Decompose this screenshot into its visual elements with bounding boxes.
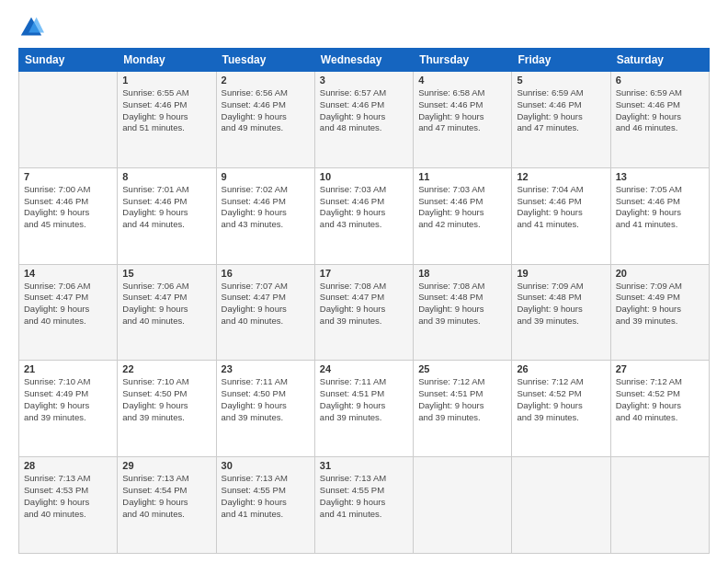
- day-number: 5: [517, 75, 605, 86]
- day-number: 4: [418, 75, 506, 86]
- day-number: 27: [616, 363, 704, 374]
- day-number: 18: [418, 268, 506, 279]
- calendar-cell: 15Sunrise: 7:06 AM Sunset: 4:47 PM Dayli…: [118, 264, 216, 361]
- day-number: 23: [222, 363, 310, 374]
- calendar-cell: 9Sunrise: 7:02 AM Sunset: 4:46 PM Daylig…: [216, 167, 314, 264]
- day-info: Sunrise: 7:06 AM Sunset: 4:47 PM Dayligh…: [24, 281, 112, 327]
- calendar-cell: 10Sunrise: 7:03 AM Sunset: 4:46 PM Dayli…: [314, 167, 413, 264]
- calendar-cell: 30Sunrise: 7:13 AM Sunset: 4:55 PM Dayli…: [216, 457, 314, 554]
- header: [18, 15, 710, 40]
- day-info: Sunrise: 6:57 AM Sunset: 4:46 PM Dayligh…: [320, 87, 408, 134]
- calendar-cell: 5Sunrise: 6:59 AM Sunset: 4:46 PM Daylig…: [512, 72, 610, 168]
- day-info: Sunrise: 7:05 AM Sunset: 4:46 PM Dayligh…: [616, 184, 704, 231]
- day-number: 22: [122, 363, 210, 374]
- week-row-4: 21Sunrise: 7:10 AM Sunset: 4:49 PM Dayli…: [19, 361, 710, 457]
- weekday-saturday: Saturday: [610, 49, 709, 72]
- weekday-header-row: SundayMondayTuesdayWednesdayThursdayFrid…: [19, 49, 710, 72]
- day-info: Sunrise: 7:07 AM Sunset: 4:47 PM Dayligh…: [222, 281, 310, 327]
- week-row-5: 28Sunrise: 7:13 AM Sunset: 4:53 PM Dayli…: [19, 457, 710, 554]
- calendar-cell: 29Sunrise: 7:13 AM Sunset: 4:54 PM Dayli…: [118, 457, 216, 554]
- weekday-wednesday: Wednesday: [314, 49, 413, 72]
- day-info: Sunrise: 7:12 AM Sunset: 4:52 PM Dayligh…: [517, 376, 605, 423]
- day-number: 30: [222, 460, 310, 471]
- day-info: Sunrise: 7:04 AM Sunset: 4:46 PM Dayligh…: [517, 184, 605, 231]
- day-info: Sunrise: 7:03 AM Sunset: 4:46 PM Dayligh…: [418, 184, 506, 231]
- day-info: Sunrise: 7:12 AM Sunset: 4:52 PM Dayligh…: [616, 376, 704, 423]
- day-number: 6: [616, 75, 704, 86]
- calendar-cell: 20Sunrise: 7:09 AM Sunset: 4:49 PM Dayli…: [610, 264, 709, 361]
- day-number: 26: [517, 363, 605, 374]
- day-info: Sunrise: 7:09 AM Sunset: 4:49 PM Dayligh…: [616, 281, 704, 327]
- day-number: 31: [320, 460, 408, 471]
- week-row-1: 1Sunrise: 6:55 AM Sunset: 4:46 PM Daylig…: [19, 72, 710, 168]
- day-number: 21: [24, 363, 112, 374]
- calendar-cell: [414, 457, 512, 554]
- logo: [18, 15, 48, 40]
- weekday-thursday: Thursday: [414, 49, 512, 72]
- calendar-cell: 17Sunrise: 7:08 AM Sunset: 4:47 PM Dayli…: [314, 264, 413, 361]
- day-info: Sunrise: 7:12 AM Sunset: 4:51 PM Dayligh…: [418, 376, 506, 423]
- day-info: Sunrise: 6:55 AM Sunset: 4:46 PM Dayligh…: [122, 87, 210, 134]
- day-number: 9: [222, 171, 310, 182]
- calendar-cell: 13Sunrise: 7:05 AM Sunset: 4:46 PM Dayli…: [610, 167, 709, 264]
- calendar-cell: 12Sunrise: 7:04 AM Sunset: 4:46 PM Dayli…: [512, 167, 610, 264]
- calendar-cell: 1Sunrise: 6:55 AM Sunset: 4:46 PM Daylig…: [118, 72, 216, 168]
- calendar-cell: [512, 457, 610, 554]
- week-row-3: 14Sunrise: 7:06 AM Sunset: 4:47 PM Dayli…: [19, 264, 710, 361]
- calendar-cell: 31Sunrise: 7:13 AM Sunset: 4:55 PM Dayli…: [314, 457, 413, 554]
- day-info: Sunrise: 7:13 AM Sunset: 4:54 PM Dayligh…: [122, 473, 210, 520]
- day-number: 17: [320, 268, 408, 279]
- calendar-cell: 18Sunrise: 7:08 AM Sunset: 4:48 PM Dayli…: [414, 264, 512, 361]
- day-number: 25: [418, 363, 506, 374]
- day-number: 29: [122, 460, 210, 471]
- day-number: 14: [24, 268, 112, 279]
- day-number: 12: [517, 171, 605, 182]
- weekday-sunday: Sunday: [19, 49, 118, 72]
- calendar-cell: 26Sunrise: 7:12 AM Sunset: 4:52 PM Dayli…: [512, 361, 610, 457]
- calendar: SundayMondayTuesdayWednesdayThursdayFrid…: [18, 48, 710, 554]
- calendar-cell: 22Sunrise: 7:10 AM Sunset: 4:50 PM Dayli…: [118, 361, 216, 457]
- calendar-cell: 14Sunrise: 7:06 AM Sunset: 4:47 PM Dayli…: [19, 264, 118, 361]
- calendar-cell: 23Sunrise: 7:11 AM Sunset: 4:50 PM Dayli…: [216, 361, 314, 457]
- calendar-cell: 19Sunrise: 7:09 AM Sunset: 4:48 PM Dayli…: [512, 264, 610, 361]
- calendar-cell: 7Sunrise: 7:00 AM Sunset: 4:46 PM Daylig…: [19, 167, 118, 264]
- weekday-monday: Monday: [118, 49, 216, 72]
- calendar-cell: 25Sunrise: 7:12 AM Sunset: 4:51 PM Dayli…: [414, 361, 512, 457]
- day-number: 15: [122, 268, 210, 279]
- calendar-cell: 4Sunrise: 6:58 AM Sunset: 4:46 PM Daylig…: [414, 72, 512, 168]
- day-info: Sunrise: 6:59 AM Sunset: 4:46 PM Dayligh…: [616, 87, 704, 134]
- day-info: Sunrise: 7:13 AM Sunset: 4:55 PM Dayligh…: [320, 473, 408, 520]
- day-info: Sunrise: 7:08 AM Sunset: 4:48 PM Dayligh…: [418, 281, 506, 327]
- calendar-cell: 8Sunrise: 7:01 AM Sunset: 4:46 PM Daylig…: [118, 167, 216, 264]
- day-info: Sunrise: 7:08 AM Sunset: 4:47 PM Dayligh…: [320, 281, 408, 327]
- day-info: Sunrise: 7:13 AM Sunset: 4:55 PM Dayligh…: [222, 473, 310, 520]
- day-info: Sunrise: 7:11 AM Sunset: 4:51 PM Dayligh…: [320, 376, 408, 423]
- day-info: Sunrise: 6:58 AM Sunset: 4:46 PM Dayligh…: [418, 87, 506, 134]
- day-number: 24: [320, 363, 408, 374]
- day-number: 7: [24, 171, 112, 182]
- day-info: Sunrise: 7:02 AM Sunset: 4:46 PM Dayligh…: [222, 184, 310, 231]
- calendar-cell: 11Sunrise: 7:03 AM Sunset: 4:46 PM Dayli…: [414, 167, 512, 264]
- calendar-cell: 3Sunrise: 6:57 AM Sunset: 4:46 PM Daylig…: [314, 72, 413, 168]
- weekday-tuesday: Tuesday: [216, 49, 314, 72]
- day-info: Sunrise: 7:11 AM Sunset: 4:50 PM Dayligh…: [222, 376, 310, 423]
- day-number: 2: [222, 75, 310, 86]
- day-number: 13: [616, 171, 704, 182]
- day-info: Sunrise: 7:10 AM Sunset: 4:50 PM Dayligh…: [122, 376, 210, 423]
- day-number: 28: [24, 460, 112, 471]
- calendar-cell: [19, 72, 118, 168]
- day-info: Sunrise: 7:09 AM Sunset: 4:48 PM Dayligh…: [517, 281, 605, 327]
- day-info: Sunrise: 7:00 AM Sunset: 4:46 PM Dayligh…: [24, 184, 112, 231]
- day-number: 16: [222, 268, 310, 279]
- page: SundayMondayTuesdayWednesdayThursdayFrid…: [0, 0, 728, 563]
- calendar-cell: 2Sunrise: 6:56 AM Sunset: 4:46 PM Daylig…: [216, 72, 314, 168]
- day-number: 11: [418, 171, 506, 182]
- day-info: Sunrise: 7:13 AM Sunset: 4:53 PM Dayligh…: [24, 473, 112, 520]
- day-number: 8: [122, 171, 210, 182]
- day-info: Sunrise: 7:03 AM Sunset: 4:46 PM Dayligh…: [320, 184, 408, 231]
- calendar-cell: 16Sunrise: 7:07 AM Sunset: 4:47 PM Dayli…: [216, 264, 314, 361]
- day-number: 1: [122, 75, 210, 86]
- day-info: Sunrise: 6:59 AM Sunset: 4:46 PM Dayligh…: [517, 87, 605, 134]
- calendar-cell: 24Sunrise: 7:11 AM Sunset: 4:51 PM Dayli…: [314, 361, 413, 457]
- calendar-cell: 21Sunrise: 7:10 AM Sunset: 4:49 PM Dayli…: [19, 361, 118, 457]
